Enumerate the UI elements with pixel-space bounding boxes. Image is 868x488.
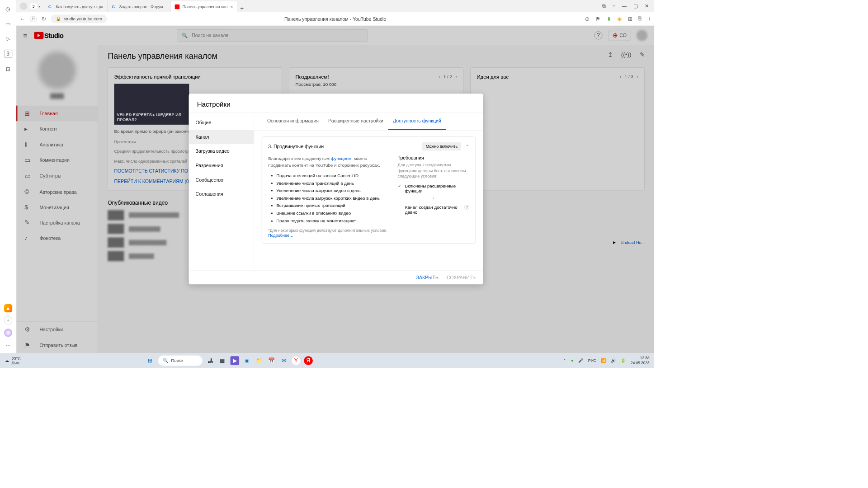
- downloads-icon[interactable]: ↓: [648, 16, 651, 22]
- wifi-icon[interactable]: 📶: [601, 358, 606, 363]
- back-button[interactable]: ←: [20, 16, 25, 22]
- minimize-icon[interactable]: —: [622, 3, 627, 9]
- url-text: studio.youtube.com: [64, 16, 102, 21]
- taskbar-search[interactable]: 🔍Поиск: [158, 355, 203, 366]
- os-sidebar: ◷ ▭ ▷ 3 ⊡ ▲ + ⋯: [0, 0, 16, 353]
- menu-icon[interactable]: ≡: [612, 3, 615, 9]
- yandex-icon[interactable]: Я: [304, 356, 313, 365]
- history-icon[interactable]: ◷: [4, 5, 12, 13]
- bookmark-icon[interactable]: ⚑: [595, 16, 600, 22]
- tray-icon[interactable]: ●: [571, 358, 573, 363]
- tab-advanced-settings[interactable]: Расширенные настройки: [323, 113, 388, 130]
- tab-title: Задать вопрос - Форум –: [119, 5, 166, 9]
- app-icon[interactable]: ▲: [4, 304, 12, 312]
- feature-list: Подача апелляций на заявки Content ID Ув…: [268, 172, 388, 225]
- feature-panel: 3. Продвинутые функции Можно включить ⌃ …: [262, 136, 476, 243]
- reload-button[interactable]: ↻: [42, 16, 46, 22]
- taskbar-app-icon[interactable]: 🏞: [206, 356, 215, 365]
- search-icon: 🔍: [163, 358, 168, 363]
- browser-tab[interactable]: G Задать вопрос - Форум –: [108, 1, 171, 12]
- play-icon[interactable]: ▷: [4, 35, 12, 43]
- modal-nav-agreements[interactable]: Соглашения: [189, 187, 254, 202]
- learn-more-link[interactable]: Подробнее…: [268, 233, 293, 238]
- requirement-item: Канал создан достаточно давно ?: [398, 205, 469, 215]
- clock[interactable]: 12:38 24.05.2023: [631, 356, 650, 365]
- modal-tabs: Основная информация Расширенные настройк…: [254, 113, 483, 130]
- profile-icon[interactable]: [20, 2, 28, 10]
- extension-icon[interactable]: ⊞: [628, 16, 632, 22]
- weather-icon: ☁: [5, 358, 9, 363]
- chevron-up-icon[interactable]: ⌃: [466, 144, 469, 149]
- check-icon: ✓: [398, 183, 401, 188]
- maximize-icon[interactable]: ▢: [633, 3, 638, 9]
- edge-icon[interactable]: ◉: [242, 356, 251, 365]
- address-bar[interactable]: 🔒 studio.youtube.com: [51, 14, 107, 23]
- windows-taskbar: ☁ 23°C Дым ⊞ 🔍Поиск 🏞 ▦ ▶ ◉ 📁 📅 ✉ Y Я ⌃ …: [0, 353, 654, 368]
- tab-basic-info[interactable]: Основная информация: [262, 113, 323, 130]
- zoom-icon[interactable]: ⊙: [585, 16, 590, 22]
- separator: +: [398, 196, 469, 201]
- mic-icon[interactable]: 🎤: [578, 358, 583, 363]
- yandex-icon[interactable]: Я: [30, 16, 37, 22]
- shield-icon[interactable]: ◉: [617, 16, 622, 22]
- tab-counter[interactable]: 3: [30, 4, 37, 9]
- add-icon[interactable]: +: [4, 316, 12, 324]
- yandex-browser-icon[interactable]: Y: [292, 356, 301, 365]
- youtube-icon: [175, 5, 180, 9]
- footnote: *Для некоторых функций действуют дополни…: [268, 228, 388, 238]
- list-item: Право подать заявку на монетизацию*: [276, 217, 388, 225]
- info-icon[interactable]: ?: [464, 205, 469, 210]
- save-button[interactable]: СОХРАНИТЬ: [447, 275, 476, 280]
- requirement-text: Канал создан достаточно давно: [405, 205, 461, 215]
- calendar-icon[interactable]: 📅: [267, 356, 276, 365]
- functions-link[interactable]: функциям: [331, 156, 352, 161]
- modal-title: Настройки: [189, 94, 483, 112]
- tab-title: Как получить доступ к ра: [56, 5, 103, 9]
- temperature: 23°C: [12, 356, 21, 361]
- weather-desc: Дым: [12, 361, 21, 365]
- list-item: Увеличение числа трансляций в день: [276, 179, 388, 187]
- close-window-icon[interactable]: ✕: [645, 3, 649, 9]
- new-tab-button[interactable]: +: [240, 5, 244, 12]
- requirements-title: Требования: [398, 155, 469, 161]
- url-bar: ← Я ↻ 🔒 studio.youtube.com Панель управл…: [16, 12, 654, 26]
- explorer-icon[interactable]: 📁: [255, 356, 264, 365]
- browser-tab[interactable]: G Как получить доступ к ра: [44, 1, 108, 12]
- close-button[interactable]: ЗАКРЫТЬ: [416, 275, 439, 280]
- download-icon[interactable]: ⬇: [607, 16, 611, 22]
- tab-count-icon[interactable]: 3: [4, 50, 12, 58]
- search-label: Поиск: [171, 358, 183, 363]
- close-icon[interactable]: ×: [230, 4, 233, 9]
- mail-icon[interactable]: ✉: [279, 356, 288, 365]
- pip-icon[interactable]: ⧉: [602, 3, 606, 9]
- battery-icon[interactable]: 🔋: [621, 358, 626, 363]
- more-icon[interactable]: ⋯: [4, 341, 12, 349]
- bookmarks-icon[interactable]: ▭: [4, 20, 12, 28]
- tab-feature-eligibility[interactable]: Доступность функций: [388, 113, 446, 130]
- browser-titlebar: 3 ▾ G Как получить доступ к ра G Задать …: [16, 0, 654, 12]
- settings-modal: Настройки Общие Канал Загрузка видео Раз…: [189, 94, 483, 284]
- modal-nav-community[interactable]: Сообщество: [189, 173, 254, 187]
- assistant-icon[interactable]: [4, 328, 12, 337]
- date: 24.05.2023: [631, 361, 650, 365]
- status-badge: Можно включить: [422, 142, 461, 150]
- taskbar-app-icon[interactable]: ▶: [230, 356, 239, 365]
- task-view-icon[interactable]: ▦: [218, 356, 227, 365]
- browser-tab-active[interactable]: Панель управления кан ×: [171, 1, 237, 12]
- google-icon: G: [112, 5, 117, 9]
- volume-icon[interactable]: 🔊: [611, 358, 616, 363]
- translate-icon[interactable]: ⎘: [638, 16, 642, 22]
- weather-widget[interactable]: ☁ 23°C Дым: [5, 356, 21, 365]
- tray-chevron-icon[interactable]: ⌃: [563, 358, 566, 363]
- chevron-down-icon[interactable]: ▾: [38, 4, 40, 8]
- language-indicator[interactable]: РУС: [588, 358, 596, 363]
- start-button[interactable]: ⊞: [146, 356, 155, 365]
- time: 12:38: [631, 356, 650, 361]
- modal-nav-permissions[interactable]: Разрешения: [189, 158, 254, 173]
- modal-nav-upload[interactable]: Загрузка видео: [189, 144, 254, 159]
- requirement-item: ✓ Включены расширенные функции: [398, 183, 469, 194]
- modal-nav-channel[interactable]: Канал: [189, 130, 254, 144]
- modal-nav: Общие Канал Загрузка видео Разрешения Со…: [189, 113, 255, 270]
- image-icon[interactable]: ⊡: [4, 65, 12, 73]
- modal-nav-general[interactable]: Общие: [189, 116, 254, 130]
